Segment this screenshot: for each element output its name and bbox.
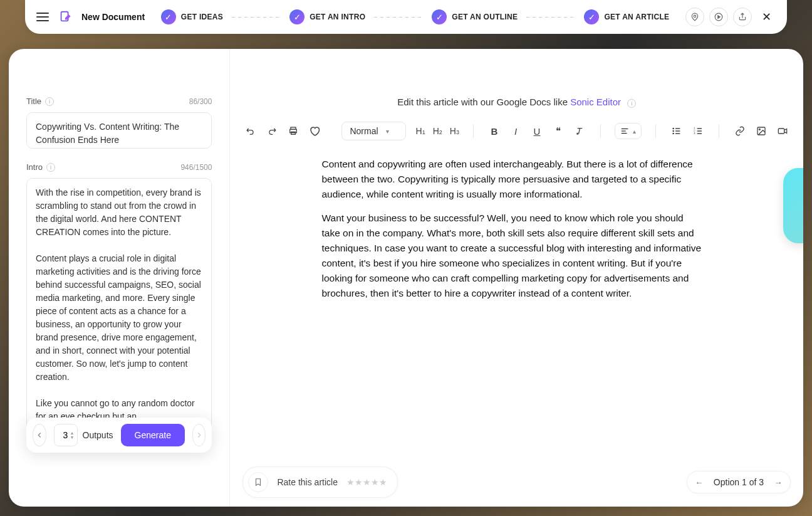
rate-label: Rate this article <box>277 477 337 487</box>
quote-icon[interactable]: ❝ <box>551 124 565 138</box>
bookmark-icon[interactable] <box>248 472 268 492</box>
link-icon[interactable] <box>733 124 747 138</box>
article-body[interactable]: Content and copywriting are often used i… <box>230 145 803 507</box>
intro-input[interactable] <box>26 178 212 448</box>
svg-point-11 <box>673 133 674 134</box>
prev-option-button[interactable]: ← <box>694 477 705 488</box>
stepper-arrows-icon[interactable]: ▲▼ <box>70 431 75 440</box>
image-icon[interactable] <box>754 124 768 138</box>
share-icon[interactable] <box>733 8 752 26</box>
editor-prompt: Edit this article with our Google Docs l… <box>230 49 803 117</box>
bold-icon[interactable]: B <box>487 124 501 138</box>
bottom-bar: Rate this article ★★★★★ ← Option 1 of 3 … <box>230 459 803 507</box>
step-get-ideas[interactable]: ✓ GET IDEAS <box>161 9 223 24</box>
left-panel: Title i 86/300 Intro i 946/1500 <box>9 49 230 507</box>
svg-point-1 <box>694 15 696 18</box>
svg-point-9 <box>673 128 674 129</box>
rate-pill: Rate this article ★★★★★ <box>242 466 397 498</box>
generate-bar: 3 ▲▼ Outputs Generate <box>26 418 212 453</box>
floating-side-tab[interactable] <box>783 168 803 243</box>
main-card: Title i 86/300 Intro i 946/1500 <box>9 49 803 507</box>
location-icon[interactable] <box>685 8 704 26</box>
title-char-count: 86/300 <box>189 97 212 106</box>
check-icon: ✓ <box>289 9 304 24</box>
sonic-editor-link[interactable]: Sonic Editor <box>570 97 621 107</box>
bullet-list-icon[interactable] <box>670 124 684 138</box>
clear-format-icon[interactable] <box>573 124 586 138</box>
chevron-up-icon: ▴ <box>633 128 636 135</box>
step-get-outline[interactable]: ✓ GET AN OUTLINE <box>432 9 518 24</box>
play-icon[interactable] <box>709 8 728 26</box>
close-icon[interactable]: ✕ <box>757 8 776 26</box>
article-paragraph: Content and copywriting are often used i… <box>321 157 703 202</box>
redo-icon[interactable] <box>265 124 279 138</box>
option-label: Option 1 of 3 <box>714 477 764 487</box>
prev-arrow-button[interactable] <box>33 424 46 446</box>
heart-icon[interactable] <box>308 124 321 138</box>
hamburger-menu-icon[interactable] <box>36 13 49 21</box>
editor-toolbar: Normal ▾ H1 H2 H3 B I U ❝ ▴ <box>230 117 803 145</box>
title-label: Title <box>26 97 41 106</box>
svg-text:3: 3 <box>694 132 695 135</box>
video-icon[interactable] <box>776 124 789 138</box>
document-title[interactable]: New Document <box>81 12 145 22</box>
h2-button[interactable]: H2 <box>433 126 442 136</box>
step-get-article[interactable]: ✓ GET AN ARTICLE <box>584 9 669 24</box>
align-select[interactable]: ▴ <box>615 123 642 139</box>
check-icon: ✓ <box>432 9 447 24</box>
check-icon: ✓ <box>584 9 599 24</box>
right-panel: Edit this article with our Google Docs l… <box>230 49 803 507</box>
info-icon[interactable]: i <box>45 97 54 106</box>
italic-icon[interactable]: I <box>509 124 523 138</box>
undo-icon[interactable] <box>244 124 258 138</box>
article-paragraph: Want your business to be successful? Wel… <box>321 211 703 301</box>
info-icon[interactable]: i <box>46 163 55 172</box>
document-icon <box>56 8 74 26</box>
top-actions: ✕ <box>685 8 776 26</box>
chevron-down-icon: ▾ <box>386 128 389 135</box>
outputs-label: Outputs <box>83 430 113 440</box>
intro-char-count: 946/1500 <box>180 163 212 172</box>
next-arrow-button[interactable] <box>192 424 206 446</box>
step-get-intro[interactable]: ✓ GET AN INTRO <box>289 9 365 24</box>
top-bar: New Document ✓ GET IDEAS ✓ GET AN INTRO … <box>25 0 787 34</box>
text-style-select[interactable]: Normal ▾ <box>341 122 405 140</box>
underline-icon[interactable]: U <box>530 124 544 138</box>
svg-point-10 <box>673 130 674 131</box>
check-icon: ✓ <box>161 9 176 24</box>
rating-stars[interactable]: ★★★★★ <box>346 477 387 487</box>
next-option-button[interactable]: → <box>773 477 784 488</box>
number-list-icon[interactable]: 123 <box>691 124 705 138</box>
h1-button[interactable]: H1 <box>416 126 425 136</box>
print-icon[interactable] <box>286 124 300 138</box>
option-pill: ← Option 1 of 3 → <box>687 471 791 493</box>
outputs-stepper[interactable]: 3 ▲▼ <box>54 424 78 446</box>
svg-rect-23 <box>778 129 784 134</box>
info-icon[interactable]: i <box>627 99 636 108</box>
progress-steps: ✓ GET IDEAS ✓ GET AN INTRO ✓ GET AN OUTL… <box>152 9 678 24</box>
intro-label: Intro <box>26 162 43 172</box>
title-input[interactable] <box>26 112 212 149</box>
svg-point-22 <box>759 129 760 130</box>
generate-button[interactable]: Generate <box>121 424 185 446</box>
h3-button[interactable]: H3 <box>450 126 459 136</box>
